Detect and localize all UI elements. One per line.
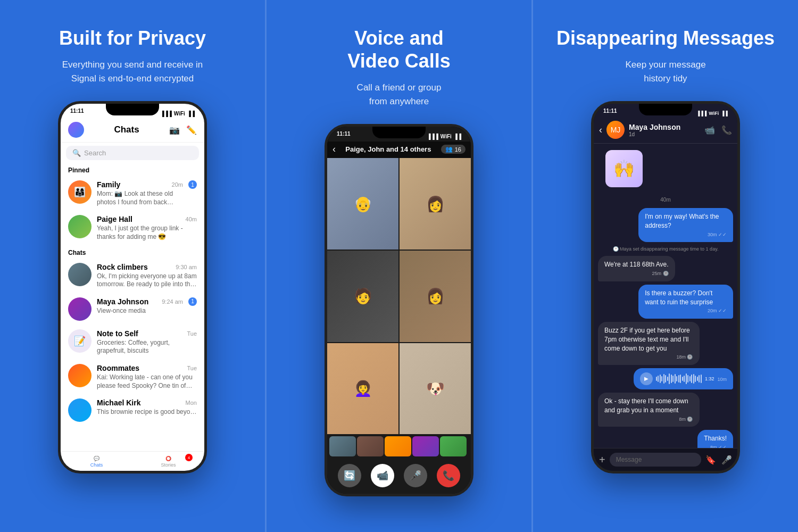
phone-messages-shell: 11:11 ▐▐▐ WiFi ▐▐ ‹ MJ Maya Johnson 1d [591, 101, 740, 473]
thumb-2 [357, 436, 384, 456]
chat-avatar-michael [68, 398, 92, 422]
msg-contact-name: Maya Johnson [629, 123, 700, 131]
phone-chat-shell: 11:11 ▐▐▐ WiFi ▐▐ Chats 📷 ✏️ [58, 101, 207, 473]
video-call-icon[interactable]: 📹 [704, 125, 715, 135]
nav-stories[interactable]: ⭕ Stories 4 [132, 456, 204, 468]
bubble-meta-3: 20m ✓✓ [645, 307, 727, 314]
chat-info-paige: Paige Hall 40m Yeah, I just got the grou… [97, 215, 197, 241]
phone-notch [106, 104, 159, 115]
chat-info-michael: Michael Kirk Mon This brownie recipe is … [97, 398, 197, 417]
msg-status-icons: ▐▐▐ WiFi ▐▐ [696, 108, 728, 119]
videocall-screen: 11:11 ▐▐▐ WiFi ▐▐ ‹ Paige, John and 14 o… [327, 127, 471, 494]
chat-name-family: Family [97, 180, 120, 189]
thumb-1 [329, 436, 356, 456]
panel-video-subtitle: Call a friend or groupfrom anywhere [357, 81, 442, 108]
chat-header: Chats 📷 ✏️ [61, 119, 204, 143]
video-btn[interactable]: 📹 [371, 464, 394, 487]
search-placeholder: Search [84, 149, 106, 157]
video-grid: 👴 👩 🧑 👩 👩‍🦱 🐶 [327, 158, 471, 434]
phone-videocall: 11:11 ▐▐▐ WiFi ▐▐ ‹ Paige, John and 14 o… [325, 124, 473, 496]
chat-item-rock[interactable]: Rock climbers 9:30 am Ok, I'm picking ev… [61, 259, 204, 293]
chat-time-paige: 40m [186, 216, 197, 222]
person-5: 👩‍🦱 [327, 343, 398, 435]
chat-item-roommates[interactable]: Roommates Tue Kai: Working late - can on… [61, 360, 204, 394]
chat-info-roommates: Roommates Tue Kai: Working late - can on… [97, 364, 197, 390]
stories-badge: 4 [185, 454, 193, 461]
msg-header-info: Maya Johnson 1d [629, 123, 700, 137]
msg-contact-time: 1d [629, 131, 700, 137]
chat-time-note: Tue [187, 330, 197, 337]
wifi-icon: WiFi [174, 111, 185, 117]
message-input[interactable]: Message [610, 453, 701, 467]
chat-search[interactable]: 🔍 Search [66, 146, 199, 160]
bubble-stay: Ok - stay there I'll come down and grab … [598, 393, 700, 427]
camera-icon[interactable]: 📷 [169, 125, 180, 135]
messages-area: 🙌 40m I'm on my way! What's the address?… [594, 144, 737, 448]
video-strip [327, 434, 471, 459]
chat-screen: 11:11 ▐▐▐ WiFi ▐▐ Chats 📷 ✏️ [61, 104, 204, 471]
mute-btn[interactable]: 🎤 [404, 464, 427, 487]
panel-disappearing-title: Disappearing Messages [556, 27, 775, 49]
pinned-label: Pinned [61, 163, 204, 176]
chat-avatar-maya [68, 297, 92, 321]
chat-avatar-family: 👨‍👩‍👧 [68, 180, 92, 204]
signal-icon: ▐▐▐ [161, 111, 172, 117]
panel-video: Voice andVideo Calls Call a friend or gr… [265, 0, 531, 532]
msg-text-address: We're at 118 68th Ave. [604, 261, 669, 268]
chat-time-family: 20m [172, 181, 183, 188]
chat-header-title: Chats [114, 124, 139, 135]
chat-msg-rock: Ok, I'm picking everyone up at 8am tomor… [97, 272, 197, 289]
add-attachment-icon[interactable]: + [599, 454, 605, 466]
nav-chats[interactable]: 💬 Chats [61, 456, 132, 468]
chat-name-michael: Michael Kirk [97, 398, 140, 407]
group-icon: 👥 [445, 146, 453, 153]
phone-chat: 11:11 ▐▐▐ WiFi ▐▐ Chats 📷 ✏️ [58, 101, 207, 473]
end-call-btn[interactable]: 📞 [437, 464, 460, 487]
chat-item-maya[interactable]: Maya Johnson 9:24 am View-once media 1 [61, 293, 204, 325]
chat-info-note: Note to Self Tue Groceries: Coffee, yogu… [97, 329, 197, 355]
phone-messages: 11:11 ▐▐▐ WiFi ▐▐ ‹ MJ Maya Johnson 1d [591, 101, 740, 473]
panel-disappearing-subtitle: Keep your messagehistory tidy [625, 58, 705, 85]
thumb-5 [440, 436, 467, 456]
chat-item-family[interactable]: 👨‍👩‍👧 Family 20m Mom: 📷 Look at these ol… [61, 176, 204, 211]
flip-camera-btn[interactable]: 🔄 [338, 464, 361, 487]
sticker-icon[interactable]: 🔖 [705, 455, 716, 465]
mic-icon[interactable]: 🎤 [721, 455, 732, 465]
chat-avatar-paige [68, 215, 92, 238]
msg-back-icon[interactable]: ‹ [599, 124, 602, 136]
chat-msg-roommates: Kai: Working late - can one of you pleas… [97, 373, 197, 390]
msg-battery-icon: ▐▐ [721, 111, 728, 116]
chat-header-avatar [68, 122, 84, 138]
video-cell-4: 👩 [400, 251, 471, 342]
chat-avatar-roommates [68, 364, 92, 387]
chat-name-note: Note to Self [97, 329, 138, 338]
person-1: 👴 [327, 158, 398, 250]
chat-header-icons: 📷 ✏️ [169, 125, 197, 135]
chat-item-paige[interactable]: Paige Hall 40m Yeah, I just got the grou… [61, 211, 204, 245]
chat-item-michael[interactable]: Michael Kirk Mon This brownie recipe is … [61, 394, 204, 426]
stories-nav-label: Stories [161, 462, 176, 468]
back-icon[interactable]: ‹ [332, 144, 336, 155]
msg-header-icons: 📹 📞 [704, 125, 732, 135]
panel-privacy: Built for Privacy Everything you send an… [0, 0, 265, 532]
phone-notch-3 [639, 104, 692, 115]
person-2: 👩 [400, 158, 471, 250]
msg-signal-icon: ▐▐▐ [696, 111, 706, 116]
status-time: 11:11 [70, 108, 84, 119]
person-6: 🐶 [400, 343, 471, 435]
bubble-buzz2f: Buzz 2F if you get here before 7pm other… [598, 322, 700, 365]
phone-notch-2 [372, 127, 426, 138]
bubble-meta-2: 25m 🕐 [604, 270, 669, 277]
search-icon: 🔍 [72, 149, 81, 157]
chat-name-paige: Paige Hall [97, 215, 132, 223]
phone-call-icon[interactable]: 📞 [721, 125, 732, 135]
chat-item-note[interactable]: 📝 Note to Self Tue Groceries: Coffee, yo… [61, 325, 204, 360]
play-button[interactable]: ▶ [640, 372, 653, 385]
chat-name-rock: Rock climbers [97, 263, 148, 271]
audio-bubble[interactable]: ▶ 1:32 10m [634, 368, 733, 389]
bubble-meta-4: 18m 🕐 [604, 354, 693, 361]
compose-icon[interactable]: ✏️ [186, 125, 197, 135]
msg-text-buzz2f: Buzz 2F if you get here before 7pm other… [604, 327, 690, 352]
chat-msg-note: Groceries: Coffee, yogurt, grapefruit, b… [97, 339, 197, 355]
bubble-meta-5: 8m 🕐 [604, 416, 693, 423]
